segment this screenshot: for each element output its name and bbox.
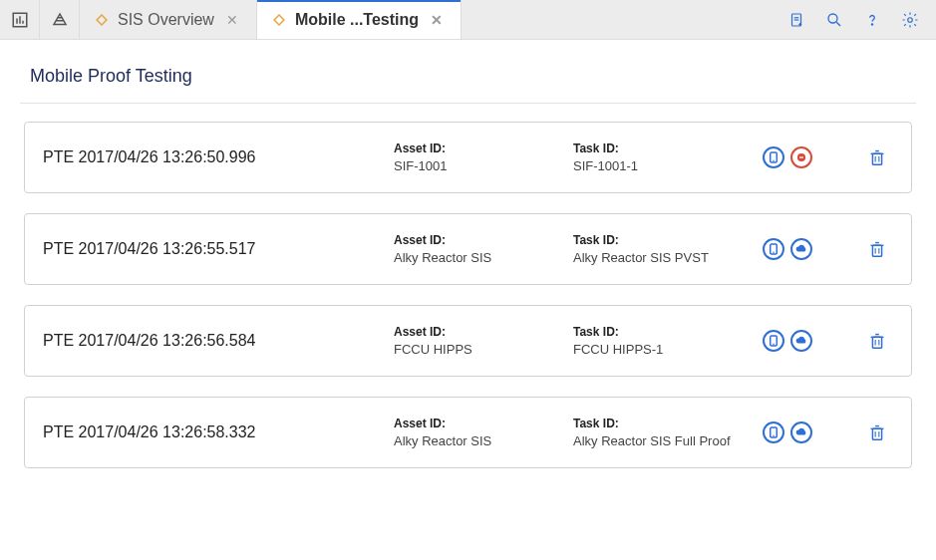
nav-dashboard-icon[interactable] (0, 0, 40, 39)
svg-rect-7 (274, 15, 284, 25)
close-icon[interactable]: ✕ (222, 10, 242, 30)
delete-button[interactable] (842, 238, 912, 260)
cloud-sync-icon (790, 421, 812, 443)
asset-id-value: FCCU HIPPS (394, 342, 573, 357)
delete-button[interactable] (842, 330, 912, 352)
proof-test-card[interactable]: PTE 2017/04/26 13:26:55.517 Asset ID: Al… (24, 213, 912, 285)
task-id-label: Task ID: (573, 233, 753, 247)
svg-rect-6 (97, 15, 107, 25)
tab-label: Mobile ...Testing (295, 11, 419, 29)
asset-id-value: SIF-1001 (394, 158, 573, 173)
status-icons (753, 146, 842, 168)
asset-id-field: Asset ID: SIF-1001 (394, 141, 573, 173)
tab-mobile-testing[interactable]: Mobile ...Testing ✕ (257, 0, 462, 39)
mobile-icon (763, 238, 784, 260)
nav-hierarchy-icon[interactable] (40, 0, 80, 39)
mobile-icon (763, 421, 784, 443)
card-title: PTE 2017/04/26 13:26:56.584 (25, 332, 394, 350)
card-title: PTE 2017/04/26 13:26:58.332 (25, 423, 394, 441)
asset-id-value: Alky Reactor SIS (394, 433, 573, 448)
mobile-icon (763, 146, 784, 168)
svg-point-16 (908, 17, 913, 22)
divider (20, 103, 916, 104)
diamond-icon (94, 12, 110, 28)
proof-test-card[interactable]: PTE 2017/04/26 13:26:58.332 Asset ID: Al… (24, 397, 912, 468)
diamond-icon (271, 12, 287, 28)
task-id-field: Task ID: Alky Reactor SIS PVST (573, 233, 753, 265)
svg-point-15 (871, 23, 872, 24)
status-icons (753, 330, 842, 352)
asset-id-label: Asset ID: (394, 417, 573, 430)
card-title: PTE 2017/04/26 13:26:50.996 (25, 148, 394, 166)
card-list: PTE 2017/04/26 13:26:50.996 Asset ID: SI… (20, 122, 916, 468)
svg-line-14 (836, 22, 840, 26)
asset-id-field: Asset ID: Alky Reactor SIS (394, 233, 573, 265)
clipboard-add-icon[interactable] (786, 10, 806, 30)
task-id-value: FCCU HIPPS-1 (573, 342, 753, 357)
sync-error-icon (790, 146, 812, 168)
page-title: Mobile Proof Testing (30, 66, 916, 87)
status-icons (753, 421, 842, 443)
asset-id-label: Asset ID: (394, 141, 573, 155)
task-id-value: Alky Reactor SIS PVST (573, 250, 753, 265)
status-icons (753, 238, 842, 260)
page-content: Mobile Proof Testing PTE 2017/04/26 13:2… (0, 40, 936, 468)
cloud-sync-icon (790, 238, 812, 260)
asset-id-field: Asset ID: Alky Reactor SIS (394, 417, 573, 448)
asset-id-field: Asset ID: FCCU HIPPS (394, 325, 573, 357)
mobile-icon (763, 330, 784, 352)
task-id-value: SIF-1001-1 (573, 158, 753, 173)
task-id-field: Task ID: FCCU HIPPS-1 (573, 325, 753, 357)
close-icon[interactable]: ✕ (427, 10, 447, 30)
task-id-field: Task ID: Alky Reactor SIS Full Proof (573, 417, 753, 448)
task-id-field: Task ID: SIF-1001-1 (573, 141, 753, 173)
delete-button[interactable] (842, 421, 912, 443)
asset-id-value: Alky Reactor SIS (394, 250, 573, 265)
card-title: PTE 2017/04/26 13:26:55.517 (25, 240, 394, 258)
topbar-right-icons (771, 0, 936, 39)
help-icon[interactable] (862, 10, 882, 30)
gear-icon[interactable] (900, 10, 920, 30)
task-id-value: Alky Reactor SIS Full Proof (573, 433, 753, 448)
task-id-label: Task ID: (573, 141, 753, 155)
asset-id-label: Asset ID: (394, 233, 573, 247)
proof-test-card[interactable]: PTE 2017/04/26 13:26:56.584 Asset ID: FC… (24, 305, 912, 377)
proof-test-card[interactable]: PTE 2017/04/26 13:26:50.996 Asset ID: SI… (24, 122, 912, 193)
topbar-left-icons (0, 0, 80, 39)
tab-label: SIS Overview (118, 11, 214, 29)
search-icon[interactable] (824, 10, 844, 30)
task-id-label: Task ID: (573, 417, 753, 430)
svg-point-13 (828, 14, 837, 23)
task-id-label: Task ID: (573, 325, 753, 339)
delete-button[interactable] (842, 146, 912, 168)
top-bar: SIS Overview ✕ Mobile ...Testing ✕ (0, 0, 936, 40)
tab-sis-overview[interactable]: SIS Overview ✕ (80, 0, 257, 39)
cloud-sync-icon (790, 330, 812, 352)
asset-id-label: Asset ID: (394, 325, 573, 339)
